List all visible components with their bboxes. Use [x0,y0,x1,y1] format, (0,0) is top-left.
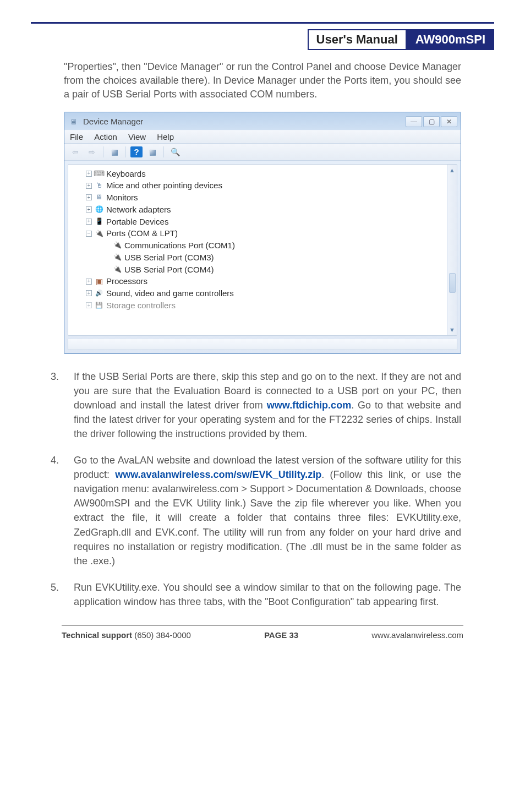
step5-text: Run EVKUtility.exe. You should see a win… [74,582,461,607]
tree-item-sound[interactable]: + Sound, video and game controllers [73,287,445,299]
tree-item-mice[interactable]: + Mice and other pointing devices [73,179,445,192]
tech-support-label: Technical support [62,630,132,640]
page-footer: Technical support (650) 384-0000 PAGE 33… [31,630,494,640]
back-icon[interactable]: ⇦ [69,146,82,158]
tree-item-ports[interactable]: − Ports (COM & LPT) [73,227,445,239]
footer-left: Technical support (650) 384-0000 [62,630,191,640]
app-icon: 🖥 [69,117,79,126]
storage-icon [94,301,104,310]
intro-paragraph: "Properties", then "Device Manager" or r… [64,60,461,102]
tree-item-storage[interactable]: + Storage controllers [73,299,445,312]
monitor-icon [94,193,104,202]
tree-item-processors[interactable]: + Processors [73,275,445,287]
header-title-left: User's Manual [308,29,407,50]
scroll-up-icon[interactable]: ▲ [449,167,455,173]
tree-label: Communications Port (COM1) [124,239,235,252]
tree-label: Monitors [106,192,138,204]
tree-item-com3[interactable]: USB Serial Port (COM3) [73,252,445,264]
menu-view[interactable]: View [128,132,146,141]
instruction-list: If the USB Serial Ports are there, skip … [51,369,461,609]
tree-item-monitors[interactable]: + Monitors [73,192,445,204]
header-title-right: AW900mSPI [407,29,494,50]
port-icon [112,253,122,262]
toolbar-separator [125,146,126,157]
help-icon[interactable]: ? [130,146,143,157]
tree-label: Processors [106,275,147,287]
portable-icon [94,217,104,226]
expand-icon[interactable]: + [86,219,92,225]
tree-label: Network adapters [106,204,171,216]
scan-hardware-icon[interactable]: 🔍 [168,146,182,158]
step-4: Go to the AvaLAN website and download th… [51,453,461,568]
scroll-down-icon[interactable]: ▼ [449,326,455,333]
sound-icon [94,289,104,298]
tree-pane: + Keyboards + Mice and other pointing de… [68,164,457,336]
tree-label: Portable Devices [106,216,168,228]
device-tree: + Keyboards + Mice and other pointing de… [68,165,447,335]
menubar: File Action View Help [64,130,461,144]
doc-header: User's Manual AW900mSPI [31,29,494,50]
collapse-icon[interactable]: − [86,231,92,237]
tech-support-phone: (650) 384-0000 [132,630,191,640]
cpu-icon [94,277,104,286]
minimize-button[interactable]: — [406,116,422,127]
network-icon [94,205,104,214]
expand-icon[interactable]: + [86,171,92,177]
tree-label: USB Serial Port (COM3) [124,252,214,264]
tree-item-com4[interactable]: USB Serial Port (COM4) [73,264,445,276]
expand-icon[interactable]: + [86,194,92,200]
tree-item-network[interactable]: + Network adapters [73,204,445,216]
window-controls: — ▢ ✕ [404,116,457,127]
evk-utility-link[interactable]: www.avalanwireless.com/sw/EVK_Utility.zi… [115,469,321,480]
maximize-button[interactable]: ▢ [423,116,440,127]
tree-item-portable[interactable]: + Portable Devices [73,216,445,228]
window-titlebar: 🖥 Device Manager — ▢ ✕ [64,112,461,130]
forward-icon[interactable]: ⇨ [85,146,99,158]
footer-url: www.avalanwireless.com [371,630,463,640]
properties-icon[interactable]: ▦ [108,146,121,158]
tree-label: Keyboards [106,168,146,180]
status-bar [68,339,457,350]
tree-label: Ports (COM & LPT) [106,227,178,239]
expand-icon[interactable]: + [86,183,92,189]
tree-label: Mice and other pointing devices [106,179,222,192]
toolbar-separator [103,146,103,157]
view-icon[interactable]: ▦ [146,146,159,158]
toolbar: ⇦ ⇨ ▦ ? ▦ 🔍 [64,144,461,161]
header-top-rule [31,22,494,24]
tree-label: Sound, video and game controllers [106,287,234,299]
footer-divider [62,625,463,626]
expand-icon[interactable]: + [86,290,92,296]
page-number: PAGE 33 [264,630,298,640]
close-button[interactable]: ✕ [441,116,457,127]
port-icon [94,229,104,238]
expand-icon[interactable]: + [86,302,92,308]
tree-item-keyboards[interactable]: + Keyboards [73,168,445,180]
mouse-icon [94,181,104,190]
step-5: Run EVKUtility.exe. You should see a win… [51,580,461,609]
step-3: If the USB Serial Ports are there, skip … [51,369,461,441]
menu-action[interactable]: Action [94,132,117,141]
ftdichip-link[interactable]: www.ftdichip.com [267,400,351,411]
menu-help[interactable]: Help [157,132,174,141]
menu-file[interactable]: File [70,132,83,141]
scroll-thumb[interactable] [449,273,456,293]
expand-icon[interactable]: + [86,279,92,285]
tree-item-com1[interactable]: Communications Port (COM1) [73,239,445,252]
port-icon [112,265,122,274]
port-icon [112,241,122,250]
window-title: Device Manager [83,117,143,126]
device-manager-window: 🖥 Device Manager — ▢ ✕ File Action View … [64,112,461,354]
tree-label: Storage controllers [106,299,176,312]
keyboard-icon [94,169,104,178]
vertical-scrollbar[interactable]: ▲ ▼ [447,165,457,335]
toolbar-separator [163,146,164,157]
expand-icon[interactable]: + [86,206,92,212]
tree-label: USB Serial Port (COM4) [124,264,214,276]
step4-text-b: . (Follow this link, or use the navigati… [74,469,461,566]
